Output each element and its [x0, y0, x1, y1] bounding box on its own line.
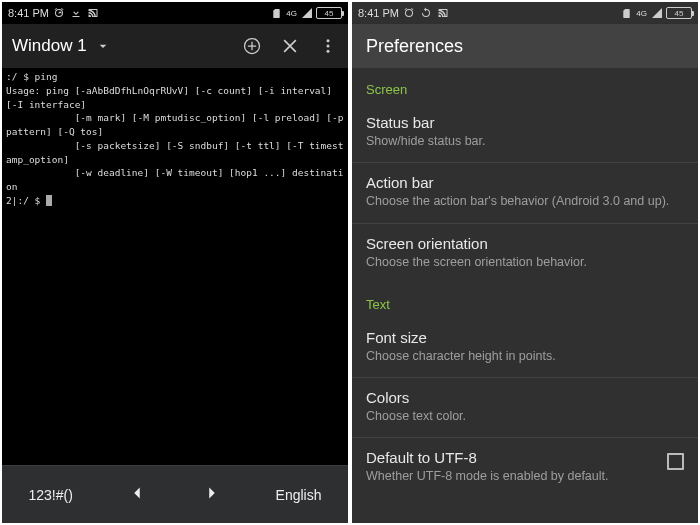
keyboard-suggestion-bar: 123!#() English [2, 465, 348, 523]
pref-action-bar[interactable]: Action bar Choose the action bar's behav… [352, 163, 698, 222]
dropdown-icon [93, 36, 113, 56]
svg-point-3 [327, 50, 330, 53]
close-window-button[interactable] [280, 36, 300, 56]
window-title: Window 1 [12, 36, 87, 56]
pref-summary: Choose the screen orientation behavior. [366, 254, 684, 270]
sim-icon [620, 7, 633, 20]
pref-colors[interactable]: Colors Choose text color. [352, 378, 698, 437]
sync-icon [420, 7, 433, 20]
pref-summary: Whether UTF-8 mode is enabled by default… [366, 468, 684, 484]
terminal-line: [-w deadline] [-W timeout] [hop1 ...] de… [6, 167, 343, 192]
terminal-output[interactable]: :/ $ ping Usage: ping [-aAbBdDfhLnOqrRUv… [2, 68, 348, 462]
signal-icon [650, 7, 663, 20]
terminal-line: [-s packetsize] [-S sndbuf] [-t ttl] [-T… [6, 140, 343, 165]
pref-summary: Choose the action bar's behavior (Androi… [366, 193, 684, 209]
pref-title: Status bar [366, 114, 684, 131]
pref-title: Colors [366, 389, 684, 406]
status-time: 8:41 PM [8, 7, 49, 19]
status-bar-right: 8:41 PM 4G 45 [352, 2, 698, 24]
battery-icon: 45 [666, 7, 692, 19]
terminal-line: 2|:/ $ [6, 195, 46, 206]
cast-icon [87, 7, 100, 20]
terminal-line: Usage: ping [-aAbBdDfhLnOqrRUvV] [-c cou… [6, 85, 338, 110]
svg-point-1 [327, 39, 330, 42]
sim-icon [270, 7, 283, 20]
pref-summary: Choose character height in points. [366, 348, 684, 364]
pref-default-utf8[interactable]: Default to UTF-8 Whether UTF-8 mode is e… [352, 438, 698, 497]
checkbox-icon[interactable] [667, 453, 684, 470]
preferences-list[interactable]: Screen Status bar Show/hide status bar. … [352, 68, 698, 498]
kbd-language-button[interactable]: English [266, 481, 332, 509]
preferences-app-bar: Preferences [352, 24, 698, 68]
terminal-line: :/ $ ping [6, 71, 57, 82]
pref-summary: Choose text color. [366, 408, 684, 424]
pref-title: Action bar [366, 174, 684, 191]
pref-status-bar[interactable]: Status bar Show/hide status bar. [352, 103, 698, 162]
kbd-symbols-button[interactable]: 123!#() [18, 481, 82, 509]
pref-title: Font size [366, 329, 684, 346]
page-title: Preferences [366, 36, 463, 57]
pref-title: Screen orientation [366, 235, 684, 252]
pref-summary: Show/hide status bar. [366, 133, 684, 149]
terminal-line: [-m mark] [-M pmtudisc_option] [-l prelo… [6, 112, 348, 137]
pref-font-size[interactable]: Font size Choose character height in poi… [352, 318, 698, 377]
battery-icon: 45 [316, 7, 342, 19]
status-time: 8:41 PM [358, 7, 399, 19]
download-icon [70, 7, 83, 20]
pref-screen-orientation[interactable]: Screen orientation Choose the screen ori… [352, 224, 698, 283]
category-screen: Screen [352, 68, 698, 103]
alarm-icon [403, 7, 416, 20]
terminal-pane: 8:41 PM 4G 45 Window 1 :/ $ ping Usage: … [2, 2, 348, 523]
svg-point-2 [327, 45, 330, 48]
preferences-pane: 8:41 PM 4G 45 Preferences Screen Status … [352, 2, 698, 523]
cursor-icon [46, 195, 52, 206]
app-bar: Window 1 [2, 24, 348, 68]
kbd-forward-button[interactable] [191, 476, 233, 513]
signal-icon [300, 7, 313, 20]
overflow-menu-button[interactable] [318, 36, 338, 56]
cast-icon [437, 7, 450, 20]
window-switcher[interactable]: Window 1 [12, 36, 113, 56]
network-label: 4G [286, 9, 297, 18]
alarm-icon [53, 7, 66, 20]
network-label: 4G [636, 9, 647, 18]
add-window-button[interactable] [242, 36, 262, 56]
pref-title: Default to UTF-8 [366, 449, 684, 466]
kbd-back-button[interactable] [116, 476, 158, 513]
category-text: Text [352, 283, 698, 318]
status-bar-left: 8:41 PM 4G 45 [2, 2, 348, 24]
